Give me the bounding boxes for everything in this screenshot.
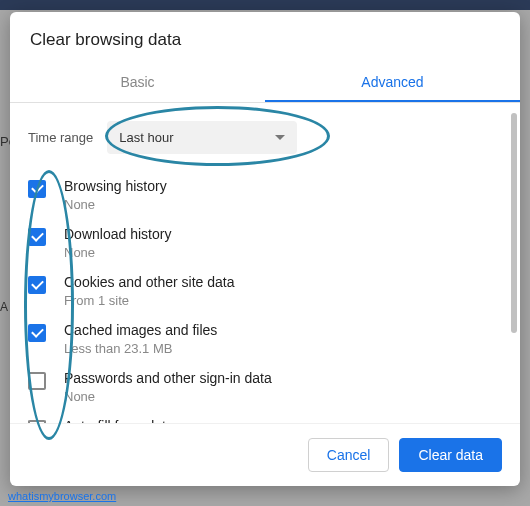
item-title: Browsing history bbox=[64, 178, 167, 194]
checkbox-browsing-history[interactable] bbox=[28, 180, 46, 198]
tabs: Basic Advanced bbox=[10, 64, 520, 103]
scrollbar-thumb[interactable] bbox=[511, 113, 517, 333]
clear-data-button[interactable]: Clear data bbox=[399, 438, 502, 472]
checkbox-cached-files[interactable] bbox=[28, 324, 46, 342]
dialog-title: Clear browsing data bbox=[10, 12, 520, 64]
checkbox-download-history[interactable] bbox=[28, 228, 46, 246]
item-title: Download history bbox=[64, 226, 171, 242]
item-subtitle: None bbox=[64, 197, 167, 212]
list-item: Passwords and other sign-in data None bbox=[28, 370, 502, 404]
options-list: Browsing history None Download history N… bbox=[28, 178, 502, 423]
checkbox-passwords[interactable] bbox=[28, 372, 46, 390]
checkbox-autofill[interactable] bbox=[28, 420, 46, 423]
tab-basic[interactable]: Basic bbox=[10, 64, 265, 102]
browser-chrome-strip bbox=[0, 0, 530, 10]
item-subtitle: None bbox=[64, 389, 272, 404]
bg-text: A bbox=[0, 300, 8, 314]
dialog-footer: Cancel Clear data bbox=[10, 423, 520, 486]
item-title: Auto-fill form data bbox=[64, 418, 174, 423]
item-title: Passwords and other sign-in data bbox=[64, 370, 272, 386]
list-item: Auto-fill form data bbox=[28, 418, 502, 423]
list-item: Download history None bbox=[28, 226, 502, 260]
item-title: Cookies and other site data bbox=[64, 274, 234, 290]
active-tab-indicator bbox=[265, 100, 520, 102]
cancel-button[interactable]: Cancel bbox=[308, 438, 390, 472]
time-range-label: Time range bbox=[28, 130, 93, 145]
item-subtitle: None bbox=[64, 245, 171, 260]
source-link[interactable]: whatismybrowser.com bbox=[8, 490, 116, 502]
clear-browsing-data-dialog: Clear browsing data Basic Advanced Time … bbox=[10, 12, 520, 486]
item-subtitle: From 1 site bbox=[64, 293, 234, 308]
checkbox-cookies[interactable] bbox=[28, 276, 46, 294]
item-title: Cached images and files bbox=[64, 322, 217, 338]
list-item: Cached images and files Less than 23.1 M… bbox=[28, 322, 502, 356]
time-range-value: Last hour bbox=[119, 130, 173, 145]
dialog-body: Time range Last hour Browsing history No… bbox=[10, 103, 520, 423]
item-subtitle: Less than 23.1 MB bbox=[64, 341, 217, 356]
tab-advanced[interactable]: Advanced bbox=[265, 64, 520, 102]
chevron-down-icon bbox=[275, 135, 285, 140]
list-item: Cookies and other site data From 1 site bbox=[28, 274, 502, 308]
list-item: Browsing history None bbox=[28, 178, 502, 212]
time-range-dropdown[interactable]: Last hour bbox=[107, 121, 297, 154]
